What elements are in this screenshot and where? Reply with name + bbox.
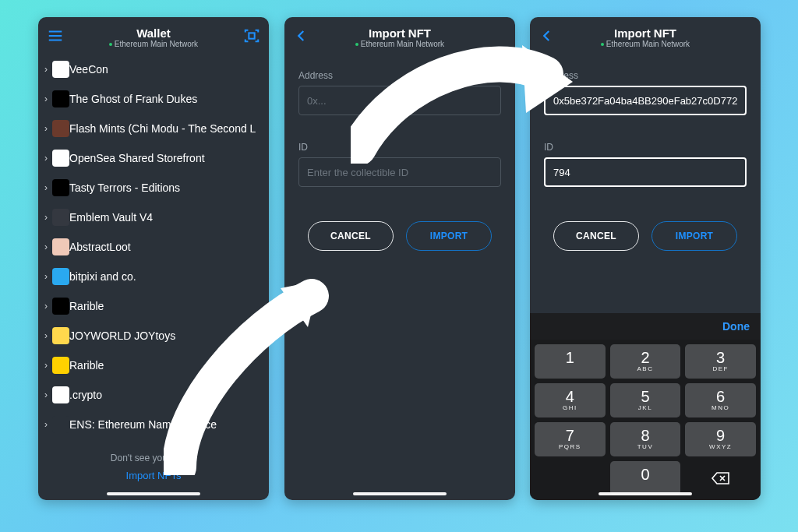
chevron-right-icon: › — [40, 330, 52, 341]
collection-icon — [52, 61, 69, 78]
chevron-right-icon: › — [40, 241, 52, 252]
cancel-button[interactable]: CANCEL — [308, 221, 394, 251]
key-6[interactable]: 6MNO — [685, 383, 756, 417]
chevron-right-icon: › — [40, 271, 52, 282]
key-0[interactable]: 0 — [610, 461, 681, 495]
list-item[interactable]: › Flash Mints (Chi Modu - The Second L — [40, 114, 264, 143]
collection-label: OpenSea Shared Storefront — [69, 152, 205, 164]
collection-label: ENS: Ethereum Name Service — [69, 418, 217, 431]
chevron-right-icon: › — [40, 182, 52, 193]
svg-rect-3 — [249, 33, 254, 38]
collection-label: VeeCon — [69, 63, 108, 76]
address-input[interactable] — [298, 86, 501, 115]
list-item[interactable]: › Rarible — [40, 291, 264, 321]
chevron-right-icon: › — [40, 212, 52, 223]
collection-label: bitpixi and co. — [69, 270, 136, 283]
list-item[interactable]: › JOYWORLD JOYtoys — [40, 321, 264, 351]
collection-icon — [52, 416, 69, 433]
import-header: Import NFT Ethereum Main Network — [530, 17, 761, 55]
list-item[interactable]: › AbstractLoot — [40, 232, 264, 262]
key-9[interactable]: 9WXYZ — [685, 422, 756, 456]
list-item[interactable]: › Tasty Terrors - Editions — [40, 173, 264, 203]
chevron-right-icon: › — [40, 301, 52, 312]
collection-icon — [52, 357, 69, 374]
collection-icon — [52, 268, 69, 285]
chevron-right-icon: › — [40, 389, 52, 400]
footer-note: Don't see your NFT? — [38, 440, 269, 470]
home-indicator — [598, 492, 692, 495]
home-indicator — [107, 492, 200, 495]
collection-icon — [52, 386, 69, 403]
chevron-right-icon: › — [40, 64, 52, 75]
back-icon[interactable] — [535, 23, 560, 48]
list-item[interactable]: › .crypto — [40, 380, 264, 410]
import-button[interactable]: IMPORT — [406, 221, 492, 251]
collection-label: Rarible — [69, 359, 104, 372]
chevron-right-icon: › — [40, 419, 52, 430]
collection-label: Rarible — [69, 300, 104, 312]
collection-label: .crypto — [69, 389, 102, 401]
collection-label: Tasty Terrors - Editions — [69, 181, 180, 194]
collection-icon — [52, 238, 69, 255]
collection-label: Emblem Vault V4 — [69, 211, 153, 224]
cancel-button[interactable]: CANCEL — [553, 221, 639, 251]
key-4[interactable]: 4GHI — [535, 383, 606, 417]
chevron-right-icon: › — [40, 360, 52, 371]
key-3[interactable]: 3DEF — [685, 344, 756, 379]
collection-label: Flash Mints (Chi Modu - The Second L — [69, 122, 256, 135]
keyboard-done-bar: Done — [530, 313, 761, 340]
numeric-keypad: 12ABC3DEF4GHI5JKL6MNO7PQRS8TUV9WXYZ0 — [530, 340, 761, 500]
key-7[interactable]: 7PQRS — [535, 422, 606, 456]
back-icon[interactable] — [289, 23, 314, 48]
collection-icon — [52, 90, 69, 107]
address-label: Address — [298, 70, 501, 81]
list-item[interactable]: › ENS: Ethereum Name Service — [40, 410, 264, 439]
collection-icon — [52, 209, 69, 226]
list-item[interactable]: › Emblem Vault V4 — [40, 203, 264, 232]
import-title: Import NFT — [601, 27, 690, 40]
list-item[interactable]: › VeeCon — [40, 55, 264, 84]
import-button[interactable]: IMPORT — [651, 221, 737, 251]
wallet-screen: Wallet Ethereum Main Network › VeeCon› T… — [38, 17, 269, 500]
done-button[interactable]: Done — [722, 320, 750, 333]
wallet-header: Wallet Ethereum Main Network — [38, 17, 269, 55]
chevron-right-icon: › — [40, 153, 52, 164]
home-indicator — [353, 492, 447, 495]
collection-icon — [52, 120, 69, 137]
id-label: ID — [544, 142, 747, 153]
collection-icon — [52, 298, 69, 315]
import-nft-empty-screen: Import NFT Ethereum Main Network Address… — [284, 17, 515, 500]
scan-icon[interactable] — [239, 23, 264, 48]
key-2[interactable]: 2ABC — [610, 344, 681, 379]
import-nft-filled-screen: Import NFT Ethereum Main Network Address… — [530, 17, 761, 500]
wallet-title: Wallet — [109, 27, 198, 40]
import-header: Import NFT Ethereum Main Network — [284, 17, 515, 55]
key-5[interactable]: 5JKL — [610, 383, 681, 417]
chevron-right-icon: › — [40, 123, 52, 134]
import-network: Ethereum Main Network — [601, 40, 690, 48]
collection-label: AbstractLoot — [69, 241, 131, 253]
key-1[interactable]: 1 — [535, 344, 606, 379]
wallet-network: Ethereum Main Network — [109, 40, 198, 48]
list-item[interactable]: › OpenSea Shared Storefront — [40, 143, 264, 173]
list-item[interactable]: › Rarible — [40, 351, 264, 380]
import-network: Ethereum Main Network — [355, 40, 444, 48]
list-item[interactable]: › bitpixi and co. — [40, 262, 264, 291]
address-input-filled[interactable] — [544, 86, 747, 115]
import-nfts-link[interactable]: Import NFTs — [38, 470, 269, 500]
list-item[interactable]: › The Ghost of Frank Dukes — [40, 84, 264, 114]
key-blank — [535, 461, 606, 495]
import-title: Import NFT — [355, 27, 444, 40]
collection-icon — [52, 179, 69, 196]
address-label: Address — [544, 70, 747, 81]
collection-icon — [52, 150, 69, 167]
key-8[interactable]: 8TUV — [610, 422, 681, 456]
backspace-key[interactable] — [685, 461, 756, 495]
collection-label: JOYWORLD JOYtoys — [69, 329, 175, 342]
id-label: ID — [298, 142, 501, 153]
id-input[interactable] — [298, 157, 501, 187]
nft-collections-list[interactable]: › VeeCon› The Ghost of Frank Dukes› Flas… — [38, 55, 269, 440]
id-input-filled[interactable] — [544, 157, 747, 187]
collection-icon — [52, 327, 69, 344]
menu-icon[interactable] — [43, 23, 68, 48]
